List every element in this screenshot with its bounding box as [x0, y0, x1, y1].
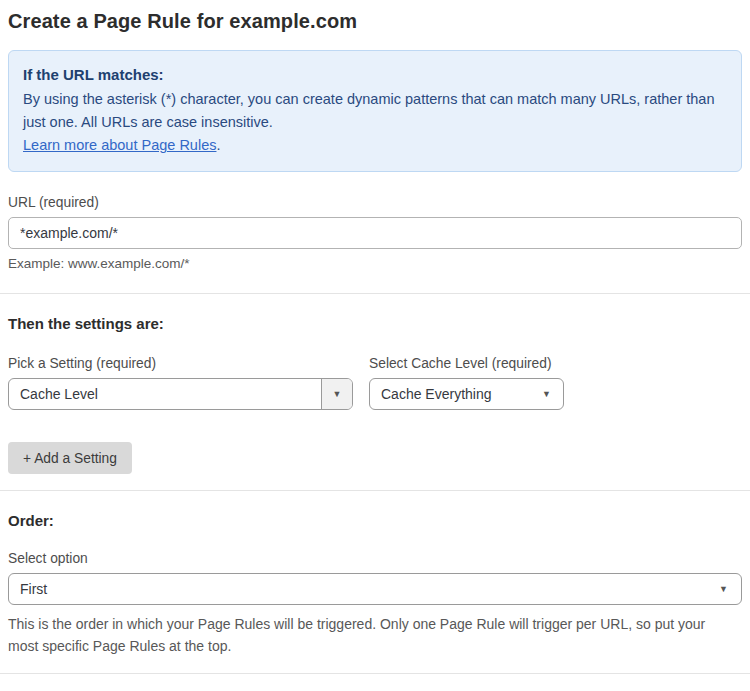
- setting-picker-arrow-button[interactable]: ▼: [321, 379, 352, 409]
- order-caret-wrap: ▼: [719, 585, 741, 594]
- chevron-down-icon: ▼: [333, 390, 342, 399]
- setting-picker-value: Cache Level: [9, 386, 321, 402]
- settings-section-heading: Then the settings are:: [8, 315, 742, 332]
- cache-level-picker-group: Select Cache Level (required) Cache Ever…: [369, 356, 564, 410]
- order-helper-text: This is the order in which your Page Rul…: [8, 613, 728, 657]
- divider: [0, 293, 750, 294]
- learn-more-link[interactable]: Learn more about Page Rules: [23, 137, 216, 153]
- url-input[interactable]: [8, 217, 742, 249]
- order-section-heading: Order:: [8, 512, 742, 529]
- url-field-label: URL (required): [8, 195, 742, 210]
- order-field-group: Select option First ▼ This is the order …: [8, 551, 742, 657]
- page-title: Create a Page Rule for example.com: [8, 10, 742, 33]
- setting-picker-group: Pick a Setting (required) Cache Level ▼: [8, 356, 353, 410]
- setting-picker-label: Pick a Setting (required): [8, 356, 353, 371]
- link-suffix: .: [216, 137, 220, 153]
- order-select-label: Select option: [8, 551, 742, 566]
- url-match-info-box: If the URL matches: By using the asteris…: [8, 50, 742, 172]
- chevron-down-icon: ▼: [719, 585, 728, 594]
- cache-level-value: Cache Everything: [370, 386, 542, 402]
- settings-row: Pick a Setting (required) Cache Level ▼ …: [8, 356, 742, 410]
- chevron-down-icon: ▼: [542, 390, 551, 399]
- divider: [0, 490, 750, 491]
- page-rule-form: Create a Page Rule for example.com If th…: [0, 0, 750, 691]
- divider: [0, 673, 750, 674]
- setting-picker-select[interactable]: Cache Level ▼: [8, 378, 353, 410]
- info-box-body: By using the asterisk (*) character, you…: [23, 88, 725, 157]
- url-field-group: URL (required) Example: www.example.com/…: [8, 195, 742, 271]
- info-box-body-text: By using the asterisk (*) character, you…: [23, 91, 715, 130]
- info-box-heading: If the URL matches:: [23, 63, 725, 86]
- order-select[interactable]: First ▼: [8, 573, 742, 605]
- order-select-value: First: [9, 581, 719, 597]
- cache-level-caret-wrap: ▼: [542, 390, 563, 399]
- add-setting-button[interactable]: + Add a Setting: [8, 442, 132, 474]
- cache-level-select[interactable]: Cache Everything ▼: [369, 378, 564, 410]
- cache-level-picker-label: Select Cache Level (required): [369, 356, 564, 371]
- url-example-helper: Example: www.example.com/*: [8, 256, 742, 271]
